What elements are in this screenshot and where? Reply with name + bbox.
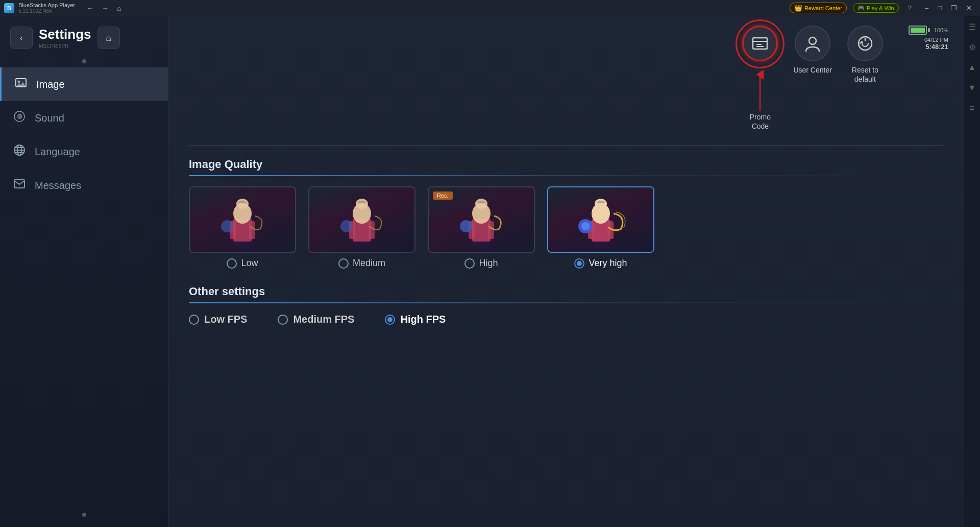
sidebar-item-sound[interactable]: Sound (0, 101, 168, 135)
reward-center-badge[interactable]: 👑 Reward Center (790, 3, 847, 13)
settings-title-area: Settings MSCPRI5PR (39, 27, 91, 49)
promo-code-button[interactable]: PromoCode (742, 26, 778, 131)
help-button[interactable]: ? (905, 3, 915, 13)
sound-icon (12, 110, 27, 126)
close-button[interactable]: ✕ (962, 3, 976, 13)
svg-point-44 (595, 199, 607, 209)
radio-very-high[interactable] (574, 258, 584, 269)
rec-badge: Rec. (433, 191, 453, 200)
svg-rect-29 (369, 221, 375, 239)
user-center-icon (795, 26, 830, 61)
sidebar-item-language[interactable]: Language (0, 135, 168, 169)
title-bar-right: 👑 Reward Center 🎮 Play & Win ? – □ ❐ ✕ (790, 3, 976, 13)
panel-icon-3[interactable]: ▲ (966, 61, 978, 74)
quality-image-low (189, 186, 296, 253)
scroll-indicator-bottom (82, 513, 86, 517)
language-label: Language (35, 146, 80, 158)
reset-icon (847, 26, 883, 61)
character-high (451, 190, 512, 252)
radio-low[interactable] (227, 258, 237, 269)
other-settings-section: Other settings Low FPS Medium FPS High F… (189, 285, 943, 325)
app-name: BlueStacks App Player 5.11.1002.N64 (18, 2, 75, 14)
content-sections: Image Quality (168, 146, 964, 338)
sidebar-item-image[interactable]: Image (0, 67, 168, 101)
svg-point-46 (581, 222, 590, 230)
promo-code-label: PromoCode (750, 112, 771, 131)
battery-indicator (909, 26, 930, 35)
fps-option-high[interactable]: High FPS (385, 314, 446, 325)
fps-label-low: Low FPS (204, 314, 247, 325)
character-medium (331, 190, 393, 252)
svg-rect-10 (753, 38, 767, 49)
main-layout: ‹ Settings MSCPRI5PR ⌂ Image (0, 16, 980, 527)
radio-medium-fps[interactable] (278, 315, 288, 325)
title-bar: B BlueStacks App Player 5.11.1002.N64 ← … (0, 0, 980, 16)
svg-point-1 (18, 81, 20, 83)
quality-label-low: Low (241, 258, 258, 269)
svg-point-23 (236, 199, 249, 209)
quality-item-high[interactable]: Rec. (428, 186, 535, 269)
nav-home-button[interactable]: ⌂ (114, 3, 124, 13)
settings-header: ‹ Settings MSCPRI5PR ⌂ (0, 27, 168, 59)
sidebar-item-messages[interactable]: Messages (0, 169, 168, 202)
settings-back-button[interactable]: ‹ (10, 27, 33, 49)
character-low (212, 190, 273, 252)
promo-code-icon (742, 26, 778, 61)
image-icon (14, 77, 28, 92)
quality-item-low[interactable]: Low (189, 186, 296, 269)
nav-back-button[interactable]: ← (83, 3, 96, 13)
minimize-button[interactable]: – (921, 3, 933, 13)
sound-label: Sound (35, 112, 64, 124)
svg-point-38 (460, 220, 472, 232)
nav-forward-button[interactable]: → (99, 3, 112, 13)
fps-option-medium[interactable]: Medium FPS (278, 314, 354, 325)
quality-radio-high[interactable]: High (464, 258, 498, 269)
toolbar-row: PromoCode User Center (168, 16, 964, 140)
settings-title: Settings (39, 27, 91, 42)
image-label: Image (36, 79, 65, 90)
nav-buttons[interactable]: ← → ⌂ (83, 3, 124, 13)
svg-rect-22 (249, 221, 255, 239)
play-win-badge[interactable]: 🎮 Play & Win (853, 3, 899, 13)
fps-label-high: High FPS (400, 314, 446, 325)
annotation-arrow (755, 70, 765, 111)
panel-icon-4[interactable]: ▼ (966, 82, 978, 94)
quality-radio-medium[interactable]: Medium (338, 258, 385, 269)
image-quality-title: Image Quality (189, 158, 943, 171)
character-very-high (570, 190, 631, 252)
reset-default-label: Reset todefault (852, 65, 878, 84)
quality-item-medium[interactable]: Medium (308, 186, 415, 269)
right-panel: ☰ ⚙ ▲ ▼ ≡ (964, 16, 980, 527)
radio-low-fps[interactable] (189, 315, 199, 325)
window-controls[interactable]: – □ ❐ ✕ (921, 3, 976, 13)
user-center-button[interactable]: User Center (793, 26, 831, 75)
quality-item-very-high[interactable]: Very high (547, 186, 654, 269)
radio-medium[interactable] (338, 258, 349, 269)
fps-option-low[interactable]: Low FPS (189, 314, 247, 325)
scroll-indicator-top (82, 59, 86, 63)
quality-radio-low[interactable]: Low (227, 258, 258, 269)
sidebar: ‹ Settings MSCPRI5PR ⌂ Image (0, 16, 168, 527)
other-settings-divider (189, 302, 943, 303)
other-settings-title: Other settings (189, 285, 943, 298)
panel-icon-2[interactable]: ⚙ (966, 41, 978, 53)
battery-percent: 100% (934, 27, 948, 33)
svg-point-30 (356, 199, 368, 209)
quality-image-medium (308, 186, 415, 253)
content-area: PromoCode User Center (168, 16, 964, 527)
radio-high-fps[interactable] (385, 315, 395, 325)
quality-label-medium: Medium (353, 258, 385, 269)
svg-point-16 (809, 37, 816, 44)
reset-default-button[interactable]: Reset todefault (847, 26, 883, 84)
panel-icon-5[interactable]: ≡ (966, 102, 978, 114)
restore-button[interactable]: ❐ (947, 3, 961, 13)
settings-home-button[interactable]: ⌂ (97, 27, 120, 49)
maximize-button[interactable]: □ (934, 3, 946, 13)
play-icon: 🎮 (857, 5, 865, 11)
panel-icon-1[interactable]: ☰ (966, 20, 978, 33)
radio-high[interactable] (464, 258, 475, 269)
quality-label-high: High (479, 258, 498, 269)
quality-radio-very-high[interactable]: Very high (574, 258, 627, 269)
svg-rect-36 (488, 221, 494, 239)
quality-label-very-high: Very high (589, 258, 627, 269)
